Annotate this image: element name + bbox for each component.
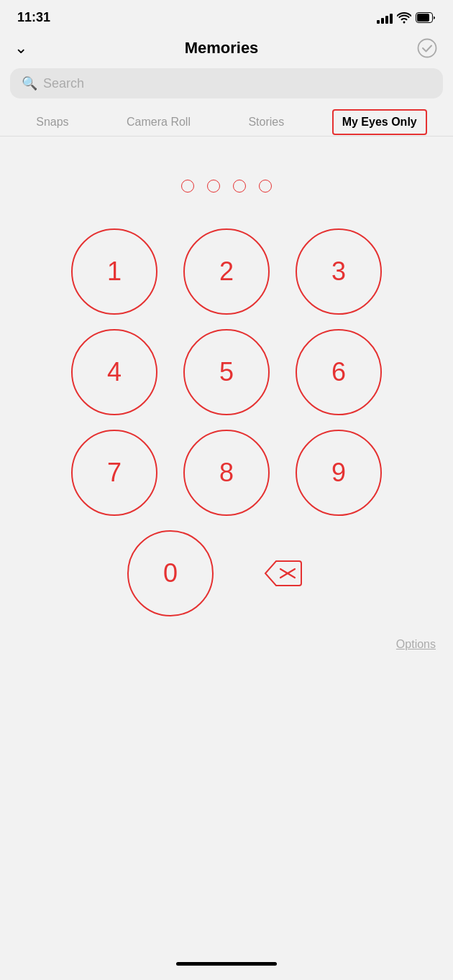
key-9[interactable]: 9 — [296, 430, 382, 516]
key-5[interactable]: 5 — [183, 329, 270, 415]
keypad: 1 2 3 4 5 6 7 8 9 0 — [0, 228, 453, 616]
check-circle-icon[interactable] — [416, 37, 439, 60]
wifi-icon — [397, 12, 411, 24]
tab-stories[interactable]: Stories — [238, 108, 294, 136]
pin-dot-4 — [259, 180, 272, 193]
tab-snaps[interactable]: Snaps — [26, 108, 78, 136]
delete-button[interactable] — [239, 530, 326, 616]
delete-icon — [263, 560, 302, 587]
key-7[interactable]: 7 — [71, 430, 157, 516]
keypad-row-1: 1 2 3 — [71, 228, 382, 315]
signal-icon — [377, 12, 393, 24]
keypad-row-3: 7 8 9 — [71, 430, 382, 516]
keypad-row-2: 4 5 6 — [71, 329, 382, 415]
key-3[interactable]: 3 — [296, 228, 382, 315]
svg-rect-1 — [417, 14, 429, 22]
key-8[interactable]: 8 — [183, 430, 270, 516]
header: ⌄ Memories — [0, 31, 453, 68]
key-2[interactable]: 2 — [183, 228, 270, 315]
page-title: Memories — [185, 39, 259, 57]
pin-dots — [0, 180, 453, 193]
key-1[interactable]: 1 — [71, 228, 157, 315]
battery-icon — [416, 12, 436, 24]
chevron-down-icon[interactable]: ⌄ — [14, 39, 27, 57]
options-link[interactable]: Options — [396, 638, 436, 651]
keypad-row-4: 0 — [127, 530, 326, 616]
search-bar[interactable]: 🔍 Search — [10, 68, 443, 98]
status-bar: 11:31 — [0, 0, 453, 31]
tab-my-eyes-only[interactable]: My Eyes Only — [332, 109, 427, 135]
key-4[interactable]: 4 — [71, 329, 157, 415]
pin-dot-2 — [207, 180, 220, 193]
tab-camera-roll[interactable]: Camera Roll — [116, 108, 201, 136]
search-placeholder: Search — [43, 76, 84, 91]
key-0[interactable]: 0 — [127, 530, 214, 616]
search-icon: 🔍 — [22, 75, 37, 91]
tabs-bar: Snaps Camera Roll Stories My Eyes Only — [0, 108, 453, 137]
options-area: Options — [0, 616, 453, 651]
home-indicator — [176, 962, 277, 966]
pin-dot-3 — [233, 180, 246, 193]
key-6[interactable]: 6 — [296, 329, 382, 415]
status-time: 11:31 — [17, 10, 50, 25]
svg-point-2 — [418, 40, 436, 57]
pin-dot-1 — [181, 180, 194, 193]
status-icons — [377, 12, 436, 24]
